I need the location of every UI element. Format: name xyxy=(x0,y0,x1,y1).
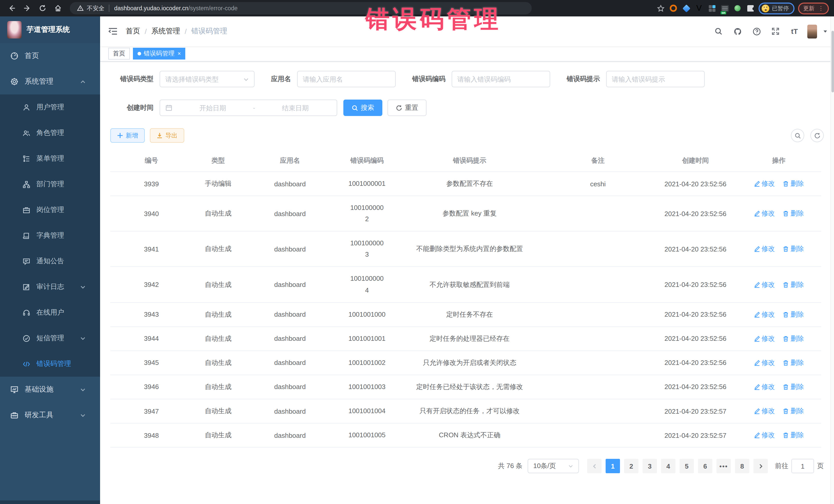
home-icon[interactable] xyxy=(51,2,65,15)
search-button[interactable]: 搜索 xyxy=(343,100,382,116)
more-pages-icon[interactable]: ••• xyxy=(717,459,731,473)
export-button[interactable]: 导出 xyxy=(150,128,184,143)
help-icon[interactable] xyxy=(749,24,764,39)
delete-link[interactable]: 删除 xyxy=(783,334,804,343)
url-host[interactable]: dashboard.yudao.iocoder.cn xyxy=(114,5,188,11)
page-size-select[interactable] xyxy=(528,459,579,473)
sidebar-collapse-icon[interactable] xyxy=(108,27,117,36)
fullscreen-icon[interactable] xyxy=(768,24,783,39)
extension-orange-icon[interactable] xyxy=(669,4,678,13)
error-code-field[interactable] xyxy=(452,71,550,87)
edit-link[interactable]: 修改 xyxy=(754,334,775,343)
scrollbar-thumb[interactable] xyxy=(831,31,834,92)
app-name-input[interactable] xyxy=(303,75,390,83)
goto-page-input[interactable] xyxy=(791,459,814,473)
edit-link[interactable]: 修改 xyxy=(754,382,775,392)
page-8[interactable]: 8 xyxy=(735,459,749,473)
user-avatar[interactable] xyxy=(807,24,817,38)
edit-link[interactable]: 修改 xyxy=(754,407,775,416)
sidebar-item-dict[interactable]: 字典管理 xyxy=(0,223,100,248)
page-4[interactable]: 4 xyxy=(661,459,675,473)
end-date-input[interactable] xyxy=(259,104,332,112)
bookmark-star-icon[interactable] xyxy=(656,4,665,13)
sidebar-item-system[interactable]: 系统管理 xyxy=(0,69,100,94)
delete-link[interactable]: 删除 xyxy=(783,310,804,319)
show-search-icon[interactable] xyxy=(791,129,804,142)
window-scrollbar[interactable] xyxy=(830,17,834,504)
search-icon[interactable] xyxy=(711,24,726,39)
sidebar-item-roles[interactable]: 角色管理 xyxy=(0,120,100,146)
back-icon[interactable] xyxy=(5,2,19,15)
sidebar-item-menus[interactable]: 菜单管理 xyxy=(0,146,100,171)
page-3[interactable]: 3 xyxy=(642,459,657,473)
sidebar-item-home[interactable]: 首页 xyxy=(0,43,100,69)
page-2[interactable]: 2 xyxy=(624,459,638,473)
sidebar-item-posts[interactable]: 岗位管理 xyxy=(0,197,100,223)
date-range-picker[interactable]: - xyxy=(160,100,337,116)
sidebar-item-infra[interactable]: 基础设施 xyxy=(0,377,100,402)
font-size-icon[interactable]: tT xyxy=(787,24,802,39)
close-tab-icon[interactable]: × xyxy=(178,51,181,57)
sidebar-item-sms[interactable]: 短信管理 xyxy=(0,325,100,351)
edit-link[interactable]: 修改 xyxy=(754,245,775,254)
sidebar-item-error-code[interactable]: 错误码管理 xyxy=(0,351,100,377)
sidebar-item-departments[interactable]: 部门管理 xyxy=(0,171,100,197)
address-bar[interactable]: 不安全 dashboard.yudao.iocoder.cn/system/er… xyxy=(70,2,532,14)
reload-icon[interactable] xyxy=(36,2,49,15)
extension-list-icon[interactable]: on xyxy=(720,4,729,13)
delete-link[interactable]: 删除 xyxy=(783,209,804,218)
extension-key-icon[interactable] xyxy=(733,4,742,13)
sidebar-item-audit-log[interactable]: 审计日志 xyxy=(0,274,100,300)
edit-link[interactable]: 修改 xyxy=(754,280,775,289)
sidebar-item-online-users[interactable]: 在线用户 xyxy=(0,300,100,325)
delete-link[interactable]: 删除 xyxy=(783,245,804,254)
tab-home[interactable]: 首页 xyxy=(108,48,130,60)
prev-page-icon[interactable] xyxy=(587,459,601,473)
app-name-field[interactable] xyxy=(297,71,396,87)
start-date-input[interactable] xyxy=(177,104,249,112)
security-label[interactable]: 不安全 xyxy=(87,4,105,12)
edit-link[interactable]: 修改 xyxy=(754,310,775,319)
edit-link[interactable]: 修改 xyxy=(754,358,775,368)
edit-link[interactable]: 修改 xyxy=(754,431,775,440)
logo[interactable]: 芋道管理系统 xyxy=(0,17,100,43)
next-page-icon[interactable] xyxy=(753,459,768,473)
error-code-input[interactable] xyxy=(457,75,545,83)
page-size-value[interactable] xyxy=(533,462,565,470)
error-type-select[interactable] xyxy=(160,71,255,87)
breadcrumb-home[interactable]: 首页 xyxy=(126,27,140,36)
delete-link[interactable]: 删除 xyxy=(783,431,804,440)
security-warning-icon[interactable] xyxy=(77,5,84,11)
error-type-select-input[interactable] xyxy=(165,75,240,83)
extension-grid-icon[interactable] xyxy=(707,4,717,13)
extension-green-v-icon[interactable]: V xyxy=(695,4,704,13)
refresh-table-icon[interactable] xyxy=(810,129,824,142)
github-icon[interactable] xyxy=(730,24,745,39)
page-1[interactable]: 1 xyxy=(606,459,620,473)
delete-link[interactable]: 删除 xyxy=(783,407,804,416)
url-path[interactable]: /system/error-code xyxy=(188,5,238,11)
extensions-puzzle-icon[interactable] xyxy=(746,4,755,13)
reset-button[interactable]: 重置 xyxy=(388,100,426,116)
page-6[interactable]: 6 xyxy=(698,459,712,473)
error-hint-input[interactable] xyxy=(612,75,699,83)
edit-link[interactable]: 修改 xyxy=(754,209,775,218)
breadcrumb-system[interactable]: 系统管理 xyxy=(151,27,180,36)
error-hint-field[interactable] xyxy=(606,71,705,87)
sidebar-item-users[interactable]: 用户管理 xyxy=(0,94,100,120)
delete-link[interactable]: 删除 xyxy=(783,179,804,188)
delete-link[interactable]: 删除 xyxy=(783,358,804,368)
delete-link[interactable]: 删除 xyxy=(783,382,804,392)
sidebar-item-notice[interactable]: 通知公告 xyxy=(0,248,100,274)
page-5[interactable]: 5 xyxy=(680,459,694,473)
sidebar-item-devtools[interactable]: 研发工具 xyxy=(0,402,100,428)
tab-error-code[interactable]: 错误码管理 × xyxy=(133,48,185,60)
browser-menu-icon[interactable]: ⋮ xyxy=(818,7,824,9)
avatar-caret-icon[interactable] xyxy=(823,29,828,34)
extension-gem-icon[interactable] xyxy=(682,4,691,13)
browser-profile-chip[interactable]: 已暂停 xyxy=(759,2,794,14)
edit-link[interactable]: 修改 xyxy=(754,179,775,188)
delete-link[interactable]: 删除 xyxy=(783,280,804,289)
add-button[interactable]: 新增 xyxy=(110,128,145,143)
forward-icon[interactable] xyxy=(21,2,34,15)
